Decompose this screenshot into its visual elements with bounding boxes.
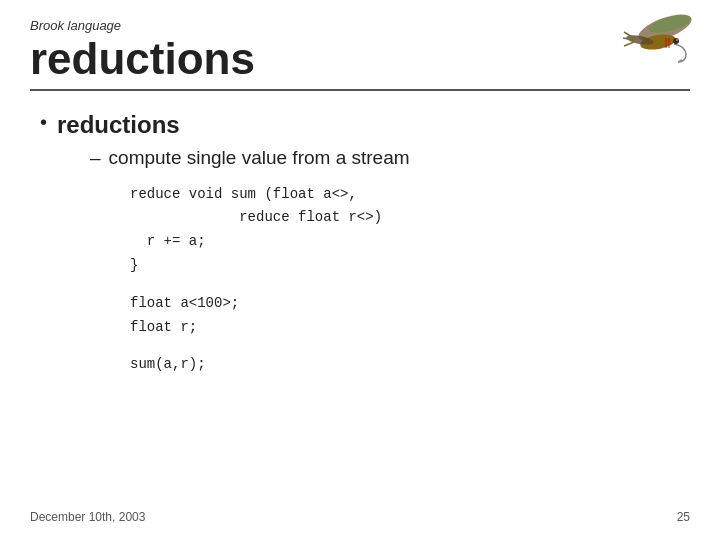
code-block-float: float a<100>; float r; — [130, 292, 690, 340]
bullet-text-reductions: reductions — [57, 109, 180, 140]
header: Brook language reductions — [0, 0, 720, 83]
bullet-dot: • — [40, 110, 47, 134]
footer: December 10th, 2003 25 — [30, 510, 690, 524]
slide: Brook language reductions • reductions –… — [0, 0, 720, 540]
bullet-item-reductions: • reductions — [40, 109, 690, 140]
content: • reductions – compute single value from… — [0, 91, 720, 377]
sub-dash: – — [90, 147, 101, 169]
code-block-sum: sum(a,r); — [130, 353, 690, 377]
header-title: reductions — [30, 35, 690, 83]
sub-text-compute: compute single value from a stream — [109, 147, 410, 169]
sub-bullet-compute: – compute single value from a stream — [90, 147, 690, 169]
code-block-reduce: reduce void sum (float a<>, reduce float… — [130, 183, 690, 278]
header-subtitle: Brook language — [30, 18, 690, 33]
footer-page: 25 — [677, 510, 690, 524]
footer-date: December 10th, 2003 — [30, 510, 145, 524]
